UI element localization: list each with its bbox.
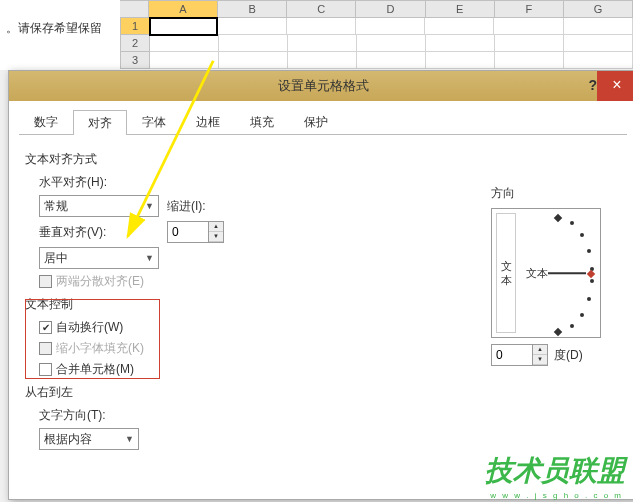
text-dir-dropdown[interactable]: 根据内容 ▼: [39, 428, 139, 450]
close-icon[interactable]: ×: [597, 71, 633, 101]
tab-font[interactable]: 字体: [127, 109, 181, 134]
format-cells-dialog: 设置单元格格式 ? × 数字 对齐 字体 边框 填充 保护 文本对齐方式 水平对…: [8, 70, 633, 500]
column-headers: A B C D E F G: [120, 0, 633, 18]
indent-label: 缩进(I):: [167, 198, 206, 215]
watermark: 技术员联盟: [485, 452, 625, 490]
v-align-dropdown[interactable]: 居中 ▼: [39, 247, 159, 269]
chevron-down-icon: ▼: [145, 201, 154, 211]
col-header-d[interactable]: D: [356, 1, 425, 17]
orientation-dial[interactable]: 文本: [522, 213, 596, 333]
degree-label: 度(D): [554, 347, 583, 364]
watermark-url: w w w . j s g h o . c o m: [490, 491, 623, 500]
grid[interactable]: [150, 18, 633, 69]
shrink-label: 缩小字体填充(K): [56, 340, 144, 357]
direction-label: 方向: [491, 185, 611, 202]
dialog-title: 设置单元格格式: [278, 77, 369, 95]
h-align-label: 水平对齐(H):: [39, 174, 107, 191]
chevron-down-icon: ▼: [145, 253, 154, 263]
merge-label: 合并单元格(M): [56, 361, 134, 378]
tab-alignment[interactable]: 对齐: [73, 110, 127, 135]
hint-text: 。请保存希望保留: [6, 20, 102, 37]
dialog-body: 文本对齐方式 水平对齐(H): 常规 ▼ 缩进(I): 垂直对齐(V): ▲▼ …: [9, 135, 633, 464]
degree-spinner[interactable]: ▲▼: [491, 344, 548, 366]
text-dir-label: 文字方向(T):: [39, 407, 106, 424]
merge-checkbox[interactable]: [39, 363, 52, 376]
tab-protection[interactable]: 保护: [289, 109, 343, 134]
spin-up-icon[interactable]: ▲: [209, 222, 223, 232]
spreadsheet-area: 。请保存希望保留 A B C D E F G 1 2 3: [0, 0, 633, 70]
help-icon[interactable]: ?: [588, 77, 597, 93]
col-header-a[interactable]: A: [149, 1, 218, 17]
col-header-f[interactable]: F: [495, 1, 564, 17]
degree-input[interactable]: [492, 348, 532, 362]
wrap-checkbox[interactable]: ✔: [39, 321, 52, 334]
tab-fill[interactable]: 填充: [235, 109, 289, 134]
tab-border[interactable]: 边框: [181, 109, 235, 134]
vertical-text-button[interactable]: 文本: [496, 213, 516, 333]
orientation-box[interactable]: 文本 文本: [491, 208, 601, 338]
text-align-label: 文本对齐方式: [25, 151, 621, 168]
tab-number[interactable]: 数字: [19, 109, 73, 134]
chevron-down-icon: ▼: [125, 434, 134, 444]
shrink-checkbox: [39, 342, 52, 355]
spin-up-icon[interactable]: ▲: [533, 345, 547, 355]
direction-panel: 方向 文本 文本: [491, 185, 611, 366]
justify-dist-checkbox: [39, 275, 52, 288]
row-header-3[interactable]: 3: [120, 52, 150, 69]
col-header-e[interactable]: E: [426, 1, 495, 17]
dialog-titlebar[interactable]: 设置单元格格式 ? ×: [9, 71, 633, 101]
indent-spinner[interactable]: ▲▼: [167, 221, 224, 243]
col-header-g[interactable]: G: [564, 1, 633, 17]
spin-down-icon[interactable]: ▼: [533, 355, 547, 365]
row-header-1[interactable]: 1: [120, 18, 150, 35]
col-header-b[interactable]: B: [218, 1, 287, 17]
row-headers: 1 2 3: [120, 18, 150, 69]
v-align-label: 垂直对齐(V):: [39, 224, 159, 241]
tab-strip: 数字 对齐 字体 边框 填充 保护: [19, 109, 627, 135]
justify-dist-label: 两端分散对齐(E): [56, 273, 144, 290]
row-header-2[interactable]: 2: [120, 35, 150, 52]
spin-down-icon[interactable]: ▼: [209, 232, 223, 242]
rtl-label: 从右到左: [25, 384, 621, 401]
cell-a1[interactable]: [149, 17, 218, 36]
wrap-label: 自动换行(W): [56, 319, 123, 336]
col-header-c[interactable]: C: [287, 1, 356, 17]
indent-input[interactable]: [168, 225, 208, 239]
h-align-dropdown[interactable]: 常规 ▼: [39, 195, 159, 217]
